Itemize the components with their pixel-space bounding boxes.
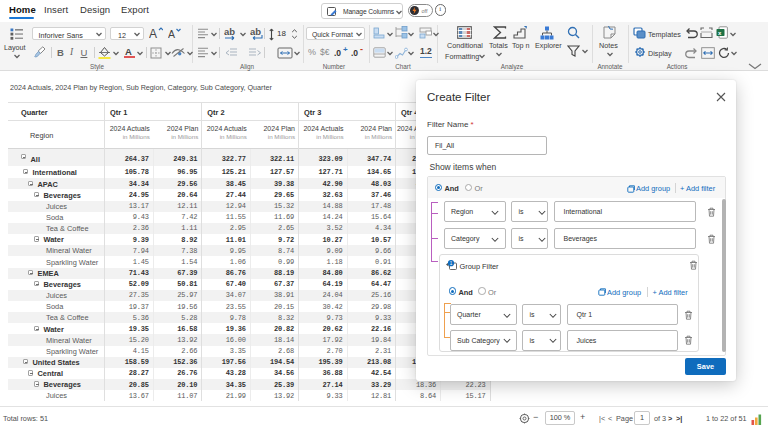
svg-text:ab: ab [224,26,235,37]
svg-text:1: 1 [449,261,452,266]
svg-text:A: A [149,27,157,40]
svg-text:A: A [168,28,175,40]
svg-text:ab: ab [250,26,261,37]
